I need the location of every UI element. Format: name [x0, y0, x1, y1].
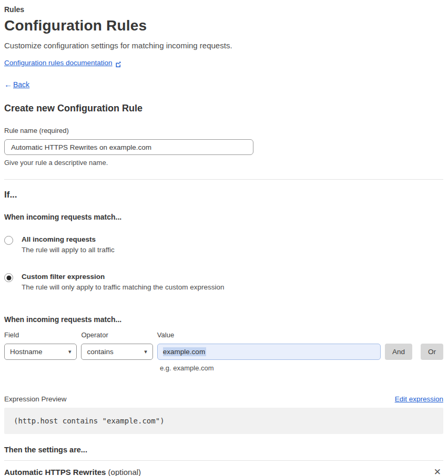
setting-card-title: Automatic HTTPS Rewrites (optional): [4, 468, 141, 476]
back-row: ← Back: [4, 80, 443, 89]
value-label: Value: [157, 331, 381, 339]
back-link[interactable]: Back: [13, 80, 29, 89]
edit-expression-link[interactable]: Edit expression: [395, 395, 443, 403]
rule-name-input[interactable]: [4, 139, 253, 155]
documentation-link-row: Configuration rules documentation: [4, 59, 443, 67]
radio-option-description: The rule will apply to all traffic: [22, 246, 115, 254]
radio-option-custom-filter-expression[interactable]: Custom filter expression The rule will o…: [4, 273, 443, 291]
expression-preview-row: Expression Preview Edit expression: [4, 395, 443, 403]
expression-preview-code: (http.host contains "example.com"): [4, 408, 443, 434]
radio-button-unchecked[interactable]: [4, 236, 13, 245]
operator-select-value: contains: [87, 348, 113, 356]
external-link-icon: [115, 60, 121, 66]
operator-label: Operator: [81, 331, 152, 339]
value-helper-text: e.g. example.com: [160, 364, 443, 372]
expression-preview-label: Expression Preview: [4, 395, 67, 403]
divider: [4, 179, 443, 180]
or-button[interactable]: Or: [421, 344, 443, 360]
page-title: Configuration Rules: [4, 17, 443, 34]
radio-option-all-incoming-requests[interactable]: All incoming requests The rule will appl…: [4, 235, 443, 254]
radio-option-label: All incoming requests: [22, 235, 115, 243]
and-button[interactable]: And: [385, 344, 412, 360]
operator-column: Operator contains ▾: [81, 331, 152, 360]
value-input[interactable]: example.com: [157, 344, 381, 360]
field-column: Field Hostname ▾: [4, 331, 77, 360]
expression-builder-heading: When incoming requests match...: [4, 315, 443, 324]
value-input-text: example.com: [163, 347, 206, 356]
operator-select[interactable]: contains ▾: [81, 344, 152, 360]
field-label: Field: [4, 331, 77, 339]
documentation-link[interactable]: Configuration rules documentation: [4, 59, 113, 67]
configuration-rules-page: Rules Configuration Rules Customize conf…: [0, 0, 448, 476]
back-arrow-icon: ←: [4, 80, 12, 89]
radio-option-description: The rule will only apply to traffic matc…: [22, 283, 224, 291]
create-rule-heading: Create new Configuration Rule: [4, 103, 443, 114]
radio-option-texts: All incoming requests The rule will appl…: [22, 235, 115, 254]
close-icon[interactable]: ✕: [432, 467, 443, 476]
expression-builder-row: Field Hostname ▾ Operator contains ▾ Val…: [4, 331, 443, 360]
match-type-radio-group: All incoming requests The rule will appl…: [4, 235, 443, 291]
field-select-value: Hostname: [10, 348, 43, 356]
then-settings-heading: Then the settings are...: [4, 446, 443, 454]
setting-title: Automatic HTTPS Rewrites: [4, 468, 106, 476]
radio-option-texts: Custom filter expression The rule will o…: [22, 273, 224, 291]
page-subtitle: Customize configuration settings for mat…: [4, 41, 443, 50]
value-column: Value example.com: [157, 331, 381, 360]
breadcrumb: Rules: [4, 5, 443, 14]
chevron-down-icon: ▾: [144, 349, 147, 355]
rule-name-label: Rule name (required): [4, 127, 443, 134]
setting-title-suffix: (optional): [108, 468, 141, 476]
chevron-down-icon: ▾: [68, 349, 72, 355]
incoming-requests-match-label: When incoming requests match...: [4, 213, 443, 221]
radio-option-label: Custom filter expression: [22, 273, 224, 281]
rule-name-helper: Give your rule a descriptive name.: [4, 159, 443, 167]
radio-button-checked[interactable]: [4, 273, 13, 282]
setting-card-header: Automatic HTTPS Rewrites (optional) ✕: [4, 467, 443, 476]
divider: [4, 460, 443, 461]
field-select[interactable]: Hostname ▾: [4, 344, 77, 360]
if-heading: If...: [4, 190, 443, 200]
